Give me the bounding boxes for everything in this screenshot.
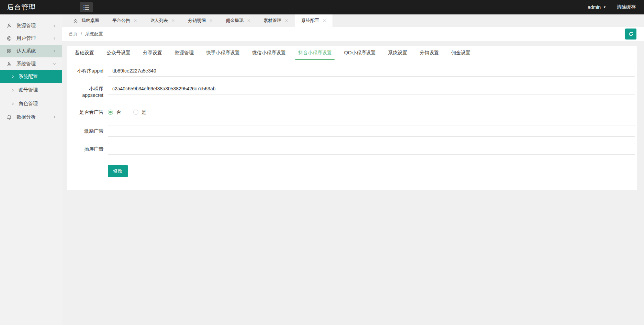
arrow-right-icon: [11, 75, 14, 79]
radio-label: 是: [142, 109, 146, 115]
tab-label: 达人列表: [150, 18, 168, 24]
appsecret-label: 小程序appsecret: [72, 83, 103, 99]
tab-commission-withdraw[interactable]: 佣金提现 ✕: [219, 14, 257, 27]
tab-platform-announcement[interactable]: 平台公告 ✕: [106, 14, 144, 27]
breadcrumb-separator: /: [81, 31, 82, 36]
breadcrumb-bar: 首页 / 系统配置: [62, 27, 644, 41]
sidebar-item-user-management[interactable]: 用户管理: [0, 32, 62, 45]
appsecret-input[interactable]: [108, 83, 635, 94]
sidebar-subitem-label: 系统配置: [19, 74, 38, 80]
submit-button[interactable]: 修改: [108, 165, 128, 177]
chevron-left-icon: [53, 36, 56, 41]
tab-distribution-settings[interactable]: 分销设置: [420, 46, 439, 60]
grid-icon: [7, 48, 12, 54]
breadcrumb-current: 系统配置: [85, 31, 103, 37]
hamburger-icon: [83, 5, 89, 6]
refresh-button[interactable]: [625, 29, 636, 40]
sidebar-item-label: 系统管理: [16, 61, 52, 67]
tab-label: 平台公告: [112, 18, 130, 24]
close-icon[interactable]: ✕: [323, 19, 326, 23]
sidebar-item-talent-system[interactable]: 达人系统: [0, 45, 62, 57]
watch-ad-radio-no[interactable]: 否: [108, 109, 121, 115]
close-icon[interactable]: ✕: [285, 19, 288, 23]
sidebar-item-label: 资源管理: [16, 23, 53, 29]
sidebar-item-system-management[interactable]: 系统管理: [0, 57, 62, 70]
tab-system-config[interactable]: 系统配置 ✕: [295, 14, 332, 27]
chevron-left-icon: [53, 24, 56, 28]
tab-official-account-settings[interactable]: 公众号设置: [106, 46, 131, 60]
radio-unchecked-icon: [133, 110, 138, 115]
tab-system-settings[interactable]: 系统设置: [388, 46, 407, 60]
open-tabs-strip: 我的桌面 平台公告 ✕ 达人列表 ✕ 分销明细 ✕ 佣金提现 ✕ 素材管理 ✕ …: [62, 14, 644, 27]
chevron-down-icon: [52, 62, 56, 66]
username: admin: [588, 4, 601, 10]
watch-ad-radio-yes[interactable]: 是: [133, 109, 146, 115]
arrow-right-icon: [11, 102, 14, 106]
user-icon: [7, 23, 12, 29]
radio-checked-icon: [108, 110, 113, 115]
interstitial-ad-input[interactable]: [108, 143, 635, 155]
tab-distribution-detail[interactable]: 分销明细 ✕: [181, 14, 219, 27]
tab-my-desktop[interactable]: 我的桌面: [67, 14, 106, 27]
sidebar: 资源管理 用户管理 达人系统 系统管理 系统配置 账号管理 角色管理 数据分析: [0, 14, 62, 325]
appid-label: 小程序appid: [72, 65, 103, 77]
sidebar-item-label: 达人系统: [16, 48, 53, 54]
breadcrumb-home[interactable]: 首页: [69, 31, 78, 37]
interstitial-ad-label: 插屏广告: [72, 143, 103, 155]
user-menu[interactable]: admin ▼: [588, 4, 606, 10]
tab-share-settings[interactable]: 分享设置: [143, 46, 162, 60]
close-icon[interactable]: ✕: [209, 19, 213, 23]
clear-cache-button[interactable]: 清除缓存: [617, 4, 636, 10]
sidebar-item-label: 用户管理: [16, 35, 53, 42]
tab-label: 我的桌面: [81, 18, 99, 24]
person-icon: [7, 61, 12, 67]
sidebar-submenu: 系统配置 账号管理 角色管理: [0, 70, 62, 111]
app-title: 后台管理: [0, 3, 62, 12]
tab-talent-list[interactable]: 达人列表 ✕: [144, 14, 181, 27]
globe-icon: [7, 36, 12, 41]
sidebar-item-role-management[interactable]: 角色管理: [0, 97, 62, 111]
tab-wechat-miniapp-settings[interactable]: 微信小程序设置: [252, 46, 286, 60]
tab-label: 分销明细: [188, 18, 206, 24]
sidebar-item-data-analysis[interactable]: 数据分析: [0, 111, 62, 123]
arrow-right-icon: [11, 88, 14, 92]
sidebar-item-label: 数据分析: [16, 114, 53, 120]
sidebar-item-system-config[interactable]: 系统配置: [0, 70, 62, 83]
tab-resource-management[interactable]: 资源管理: [174, 46, 194, 60]
reward-ad-input[interactable]: [108, 125, 635, 137]
appid-input[interactable]: [108, 65, 635, 77]
tab-douyin-miniapp-settings[interactable]: 抖音小程序设置: [298, 46, 332, 60]
sidebar-item-resource-management[interactable]: 资源管理: [0, 19, 62, 32]
watch-ad-label: 是否看广告: [72, 109, 103, 115]
tab-commission-settings[interactable]: 佣金设置: [451, 46, 471, 60]
tab-kuaishou-miniapp-settings[interactable]: 快手小程序设置: [206, 46, 240, 60]
radio-label: 否: [116, 109, 121, 115]
tab-qq-miniapp-settings[interactable]: QQ小程序设置: [344, 46, 376, 60]
chevron-left-icon: [53, 49, 56, 53]
settings-form: 小程序appid 小程序appsecret 是否看广告: [67, 60, 637, 189]
topbar: 后台管理 admin ▼ 清除缓存: [0, 0, 644, 14]
close-icon[interactable]: ✕: [171, 19, 175, 23]
sidebar-subitem-label: 账号管理: [19, 87, 38, 93]
refresh-icon: [628, 31, 634, 37]
tab-label: 佣金提现: [226, 18, 244, 24]
bell-icon: [7, 114, 12, 120]
caret-down-icon: ▼: [603, 5, 606, 9]
tab-basic-settings[interactable]: 基础设置: [75, 46, 94, 60]
close-icon[interactable]: ✕: [247, 19, 250, 23]
sidebar-toggle-button[interactable]: [80, 2, 93, 12]
close-icon[interactable]: ✕: [134, 19, 137, 23]
chevron-left-icon: [53, 115, 56, 119]
settings-tabs: 基础设置 公众号设置 分享设置 资源管理 快手小程序设置 微信小程序设置 抖音小…: [67, 46, 637, 60]
reward-ad-label: 激励广告: [72, 125, 103, 137]
sidebar-subitem-label: 角色管理: [19, 101, 38, 107]
tab-label: 系统配置: [301, 18, 319, 24]
tab-label: 素材管理: [263, 18, 281, 24]
sidebar-item-account-management[interactable]: 账号管理: [0, 83, 62, 97]
home-icon: [73, 18, 78, 23]
tab-material-management[interactable]: 素材管理 ✕: [257, 14, 295, 27]
settings-card: 基础设置 公众号设置 分享设置 资源管理 快手小程序设置 微信小程序设置 抖音小…: [67, 46, 637, 190]
